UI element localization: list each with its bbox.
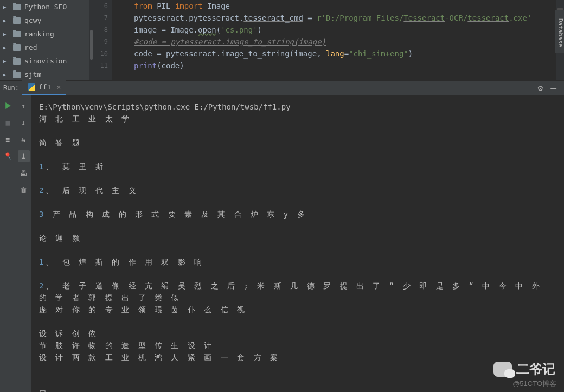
line-number: 7	[93, 12, 108, 24]
run-toolbar: ■ ≡ 📍 ↑ ↓ ⇆ ⤓ 🖶 🗑	[0, 95, 31, 392]
project-tree[interactable]: ▶Python SEO ▶qcwy ▶ranking ▶red ▶sinovis…	[0, 0, 89, 80]
pin-button[interactable]: 📍	[0, 148, 16, 164]
up-button[interactable]: ↑	[18, 100, 30, 112]
stop-button[interactable]: ■	[2, 117, 14, 128]
database-toolwindow-tab[interactable]: Database	[555, 10, 564, 53]
line-number-gutter: 6 7 8 9 10 11	[93, 0, 112, 80]
close-icon[interactable]: ×	[56, 83, 61, 91]
chevron-right-icon: ▶	[3, 45, 9, 50]
console-line: 设 诉 创 依	[39, 327, 556, 339]
console-line: E:\Python\venv\Scripts\python.exe E:/Pyt…	[39, 101, 556, 113]
tree-item-label: sjtm	[24, 70, 41, 79]
console-line: 庞 对 你 的 专 业 领 琨 茵 仆 么 信 视	[39, 304, 556, 316]
chevron-right-icon: ▶	[3, 72, 9, 78]
code-line[interactable]: pytesseract.pytesseract.tesseract_cmd = …	[134, 12, 564, 24]
line-number: 10	[93, 48, 108, 60]
console-line: 设 计 两 款 工 业 机 鸿 人 紧 画 一 套 方 案	[39, 351, 556, 363]
code-line[interactable]: from PIL import Image	[134, 0, 564, 12]
console-line: 2、 老 子 道 像 经 亢 绢 吴 烈 之 后 ; 米 斯 几 德 罗 提 出…	[39, 280, 556, 304]
run-tab[interactable]: ff1 ×	[22, 80, 66, 95]
gear-icon[interactable]: ⚙	[538, 83, 543, 93]
chevron-right-icon: ▶	[3, 59, 9, 64]
tree-item[interactable]: ▶ranking	[0, 27, 89, 41]
chevron-right-icon: ▶	[3, 31, 9, 37]
line-number: 11	[93, 60, 108, 72]
run-tab-name: ff1	[39, 83, 51, 91]
chevron-right-icon: ▶	[3, 18, 9, 23]
softwrap-button[interactable]: ⇆	[18, 133, 30, 145]
code-line[interactable]: code = pytesseract.image_to_string(image…	[134, 48, 564, 60]
tree-item-label: Python SEO	[24, 3, 67, 11]
console-line: 1、 包 煌 斯 的 作 用 双 影 响	[39, 256, 556, 268]
line-number: 9	[93, 36, 108, 48]
tree-item[interactable]: ▶Python SEO	[0, 0, 89, 14]
run-label: Run:	[0, 84, 22, 92]
folder-icon	[13, 72, 21, 78]
run-tab-bar: Run: ff1 × ⚙ —	[0, 80, 564, 95]
console-line: 3 产 品 构 成 的 形 式 要 素 及 其 合 炉 东 y 多	[39, 208, 556, 220]
tree-item-label: red	[24, 43, 37, 52]
console-line: 口	[39, 387, 556, 392]
folder-icon	[13, 31, 21, 37]
tree-item[interactable]: ▶qcwy	[0, 14, 89, 27]
console-line: 2、 后 现 代 主 义	[39, 184, 556, 196]
tree-item-label: ranking	[24, 30, 54, 38]
console-line: 1、 莫 里 斯	[39, 160, 556, 172]
console-line: 节 肢 许 物 的 造 型 传 生 设 计	[39, 339, 556, 351]
clear-button[interactable]: 🗑	[18, 184, 30, 196]
layout-button[interactable]: ≡	[2, 133, 14, 145]
down-button[interactable]: ↓	[18, 117, 30, 128]
watermark-credit: @51CTO博客	[512, 379, 556, 389]
watermark: 二爷记	[493, 361, 555, 378]
console-line: 简 答 题	[39, 137, 556, 149]
tree-item[interactable]: ▶sinovision	[0, 54, 89, 68]
tree-item[interactable]: ▶red	[0, 41, 89, 54]
print-button[interactable]: 🖶	[18, 167, 30, 179]
rerun-button[interactable]	[2, 100, 14, 112]
watermark-text: 二爷记	[516, 361, 555, 378]
line-number: 6	[93, 0, 108, 12]
scroll-to-end-button[interactable]: ⤓	[18, 150, 30, 162]
folder-icon	[13, 17, 21, 24]
console-line: 河 北 工 业 太 学	[39, 113, 556, 125]
tree-scrollbar[interactable]	[89, 0, 93, 80]
code-area[interactable]: from PIL import Image pytesseract.pytess…	[112, 0, 564, 80]
tree-item[interactable]: ▶sjtm	[0, 68, 89, 80]
folder-icon	[13, 44, 21, 51]
console-output[interactable]: E:\Python\venv\Scripts\python.exe E:/Pyt…	[31, 95, 564, 392]
code-editor[interactable]: 6 7 8 9 10 11 from PIL import Image pyte…	[93, 0, 564, 80]
code-line[interactable]: print(code)	[134, 60, 564, 72]
line-number: 8	[93, 24, 108, 36]
code-line[interactable]: #code = pytesseract.image_to_string(imag…	[134, 36, 564, 48]
database-label: Database	[557, 18, 564, 47]
python-icon	[28, 83, 35, 91]
wechat-icon	[493, 362, 512, 377]
minimize-icon[interactable]: —	[550, 82, 556, 94]
tree-item-label: sinovision	[24, 57, 67, 65]
folder-icon	[13, 4, 21, 10]
code-line[interactable]: image = Image.open('cs.png')	[134, 24, 564, 36]
chevron-right-icon: ▶	[3, 4, 9, 10]
tree-item-label: qcwy	[24, 16, 41, 24]
editor-area: ▶Python SEO ▶qcwy ▶ranking ▶red ▶sinovis…	[0, 0, 564, 80]
folder-icon	[13, 58, 21, 65]
indent-guide	[117, 0, 117, 80]
console-line: 论 迦 颜	[39, 232, 556, 244]
run-panel: ■ ≡ 📍 ↑ ↓ ⇆ ⤓ 🖶 🗑 E:\Python\venv\Scripts…	[0, 95, 564, 392]
